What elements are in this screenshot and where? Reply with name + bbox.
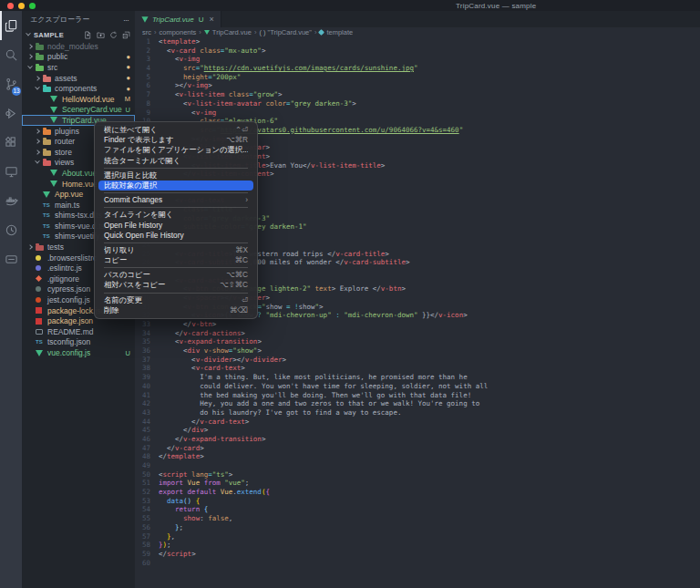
chevron-closed-icon[interactable] (27, 44, 33, 49)
chevron-closed-icon[interactable] (35, 129, 40, 134)
code-line: 41 the bed making you'll be doing. Then … (135, 391, 700, 400)
menu-item[interactable]: コピー⌘C (98, 255, 253, 265)
line-number: 6 (135, 81, 159, 90)
module-icon: ( ) (259, 28, 265, 36)
clock-icon[interactable] (0, 215, 22, 244)
line-number: 33 (135, 320, 159, 329)
minimize-window-button[interactable] (18, 3, 25, 9)
chevron-open-icon[interactable] (27, 64, 33, 69)
code-line: 40 could deliver. You won't have time fo… (135, 382, 700, 391)
code-line: 8 <v-list-item-avatar color="grey darken… (135, 99, 700, 108)
line-number: 48 (135, 452, 159, 461)
tree-item-tsconfig-json[interactable]: TStsconfig.json (22, 337, 135, 348)
tree-item-label: public (47, 52, 67, 61)
breadcrumb-item[interactable]: TripCard.vue (204, 28, 252, 36)
menu-item[interactable]: Finder で表示します⌥⌘R (98, 135, 253, 145)
menu-item[interactable]: 横に並べて開く⌃⏎ (98, 125, 253, 135)
breadcrumb-separator: › (154, 28, 157, 36)
extensions-icon[interactable] (0, 128, 22, 157)
code-line: 33 </v-btn> (135, 320, 700, 329)
menu-item[interactable]: 比較対象の選択 (98, 181, 253, 191)
line-number: 43 (135, 408, 159, 418)
collapse-folders-icon[interactable] (122, 31, 130, 39)
more-actions-icon[interactable]: ··· (123, 15, 129, 25)
tab-tripcard[interactable]: TripCard.vue U × (135, 11, 221, 27)
source-control-icon[interactable]: 13 (0, 69, 22, 98)
breadcrumb-item[interactable]: src (142, 28, 151, 36)
breadcrumb: src›components›TripCard.vue›( )"TripCard… (135, 27, 700, 37)
menu-item[interactable]: 切り取り⌘X (98, 245, 253, 255)
run-debug-icon[interactable] (0, 98, 22, 128)
menu-item[interactable]: 選択項目と比較 (98, 170, 253, 181)
tree-item-label: store (55, 148, 72, 157)
breadcrumb-item[interactable]: components (160, 28, 197, 36)
menu-item[interactable]: タイムラインを開く (98, 210, 253, 220)
tree-item-label: package.json (47, 316, 93, 325)
tree-item-label: cypress.json (47, 284, 90, 294)
maximize-window-button[interactable] (29, 3, 36, 9)
remote-explorer-icon[interactable] (0, 157, 22, 186)
chevron-spacer (35, 212, 40, 218)
breadcrumb-item[interactable]: template (319, 28, 353, 36)
line-number: 57 (135, 532, 159, 542)
code-line: 34 </v-card-actions> (135, 329, 700, 338)
menu-item[interactable]: 相対パスをコピー⌥⇧⌘C (98, 280, 253, 290)
tree-item-components[interactable]: components● (22, 83, 135, 94)
tree-item-public[interactable]: public● (22, 52, 135, 63)
tree-item-scenerycard-vue[interactable]: SceneryCard.vueU (22, 105, 135, 116)
tree-item-label: .browserslistrc (47, 253, 97, 263)
chevron-open-icon[interactable] (35, 85, 40, 90)
chevron-open-icon[interactable] (35, 159, 40, 164)
chevron-spacer (42, 170, 47, 176)
vue-file-icon (50, 96, 60, 102)
line-number: 52 (135, 488, 159, 497)
chevron-closed-icon[interactable] (27, 55, 33, 60)
code-line: 7 <v-list-item class="grow"> (135, 90, 700, 99)
breadcrumb-item[interactable]: ( )"TripCard.vue" (259, 28, 312, 36)
tree-item-assets[interactable]: assets● (22, 73, 135, 84)
folder-file-icon (43, 128, 53, 135)
menu-item[interactable]: 名前の変更⏎ (98, 295, 253, 305)
refresh-icon[interactable] (109, 31, 118, 39)
code-line: 43 do his laundry? I've got to find a wa… (135, 408, 700, 418)
close-window-button[interactable] (7, 3, 14, 9)
close-tab-icon[interactable]: × (209, 15, 213, 24)
new-file-icon[interactable] (84, 31, 92, 39)
chevron-closed-icon[interactable] (27, 244, 33, 250)
chevron-closed-icon[interactable] (35, 139, 40, 144)
docker-icon[interactable] (0, 186, 22, 215)
code-line: 50<script lang="ts"> (135, 470, 700, 480)
chevron-spacer (27, 308, 33, 314)
line-number: 44 (135, 418, 159, 427)
chevron-spacer (27, 329, 33, 335)
diamond-file-icon (36, 276, 46, 281)
chevron-closed-icon[interactable] (35, 76, 40, 81)
tree-item-src[interactable]: src● (22, 62, 135, 73)
npm-file-icon (36, 318, 46, 325)
tree-item-label: components (55, 84, 97, 93)
chevron-closed-icon[interactable] (35, 150, 40, 155)
menu-item[interactable]: 削除⌘⌫ (98, 305, 253, 315)
new-folder-icon[interactable] (97, 31, 105, 39)
menu-item[interactable]: ファイルを開くアプリケーションの選択... (98, 145, 253, 155)
line-number: 7 (135, 90, 159, 99)
tree-item-helloworld-vue[interactable]: HelloWorld.vueM (22, 94, 135, 105)
vue-file-icon (50, 107, 60, 113)
menu-item[interactable]: Commit Changes› (98, 195, 253, 205)
tree-item-vue-config-js[interactable]: vue.config.jsU (22, 347, 135, 358)
menu-item[interactable]: Quick Open File History (98, 231, 253, 241)
panel-icon[interactable] (0, 244, 22, 273)
tree-item-label: App.vue (55, 190, 83, 199)
search-icon[interactable] (0, 40, 22, 69)
menu-separator (104, 242, 248, 243)
chevron-spacer (27, 350, 33, 356)
code-line: 42 Hey, you add a one and two zeros to t… (135, 399, 700, 408)
explorer-icon[interactable] (0, 11, 22, 40)
menu-item[interactable]: パスのコピー⌥⌘C (98, 270, 253, 280)
tree-item-node-modules[interactable]: node_modules (22, 41, 135, 52)
line-number: 53 (135, 497, 159, 506)
menu-item[interactable]: 統合ターミナルで開く (98, 156, 253, 166)
menu-item[interactable]: Open File History (98, 221, 253, 231)
section-chevron-icon[interactable] (26, 31, 31, 36)
tree-item-readme-md[interactable]: README.md (22, 326, 135, 337)
